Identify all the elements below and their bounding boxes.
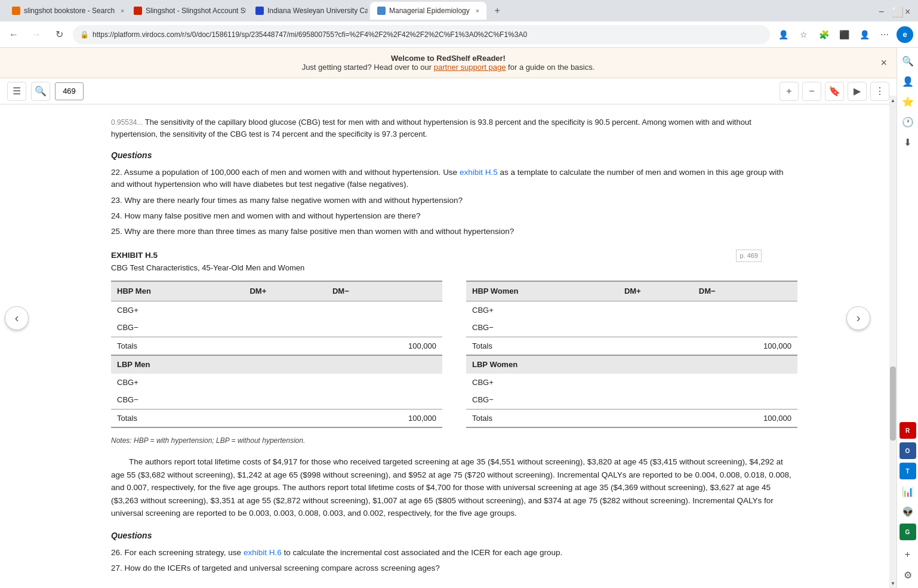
reader-content: 0.95534... The sensitivity of the capill… <box>0 104 897 573</box>
edge-icon[interactable]: e <box>897 26 913 43</box>
scroll-down-arrow[interactable]: ▼ <box>889 578 897 588</box>
close-button[interactable]: × <box>905 7 913 15</box>
banner-close-button[interactable]: × <box>880 57 887 69</box>
browser-sidebar: 🔍 👤 ⭐ 🕐 ⬇ R O T 📊 👽 G + ⚙ <box>897 48 918 588</box>
sidebar-teams-icon[interactable]: T <box>899 463 916 479</box>
url-text: https://platform.virdocs.com/r/s/0/doc/1… <box>93 30 763 39</box>
collections-icon[interactable]: ⬛ <box>836 26 852 43</box>
exhibit-h6-link[interactable]: exhibit H.6 <box>244 548 282 557</box>
tab-label-1: slingshot bookstore - Search <box>24 7 115 15</box>
forward-button[interactable]: → <box>27 26 45 44</box>
play-button[interactable]: ▶ <box>848 82 867 101</box>
tab-managerial-epidemiology[interactable]: Managerial Epidemiology × <box>370 2 486 20</box>
table-row: CBG+ <box>466 301 797 319</box>
exhibit-h5-title: EXHIBIT H.5 <box>111 250 797 261</box>
q26-text: For each screening strategy, use <box>125 548 244 557</box>
scrollbar-thumb[interactable] <box>890 367 896 441</box>
table-row: CBG− <box>111 319 442 337</box>
col-dm-plus-women: DM+ <box>618 281 693 301</box>
q25-text: 25. Why are there more than three times … <box>111 227 514 236</box>
exhibit-h5-notes: Notes: HBP = with hypertension; LBP = wi… <box>111 435 797 446</box>
sidebar-chart-icon[interactable]: 📊 <box>899 483 916 500</box>
col-dm-minus-men: DM− <box>326 281 442 301</box>
zoom-in-button[interactable]: + <box>780 82 799 101</box>
browser-nav-icons: 👤 ☆ 🧩 ⬛ 👤 ⋯ e <box>775 26 913 43</box>
questions-header-1: Questions <box>111 149 797 162</box>
address-bar[interactable]: 🔒 https://platform.virdocs.com/r/s/0/doc… <box>73 25 770 44</box>
totals-lbp-men: Totals <box>111 409 244 427</box>
next-page-arrow[interactable]: › <box>846 306 870 330</box>
zoom-out-button[interactable]: − <box>802 82 821 101</box>
favorites-icon[interactable]: ☆ <box>795 26 812 43</box>
reload-button[interactable]: ↻ <box>50 26 68 44</box>
q22-num: 22. <box>111 168 124 177</box>
cbg-minus-lbp-women: CBG− <box>466 391 618 409</box>
cbg-plus-lbp-men: CBG+ <box>111 374 244 392</box>
exhibit-h5-link-q22[interactable]: exhibit H.5 <box>460 168 498 177</box>
toolbar-right-controls: + − 🔖 ▶ ⋮ <box>780 82 889 101</box>
search-button[interactable]: 🔍 <box>31 82 50 101</box>
tab-favicon-4 <box>377 7 386 15</box>
col-dm-minus-women: DM− <box>693 281 797 301</box>
questions-header-2: Questions <box>111 529 797 542</box>
exhibit-h5-header: EXHIBIT H.5 CBG Test Characteristics, 45… <box>111 250 797 273</box>
sidebar-history-icon[interactable]: 🕐 <box>899 113 916 130</box>
question-27: 27. How do the ICERs of targeted and uni… <box>111 562 797 573</box>
profile-avatar[interactable]: 👤 <box>856 26 873 43</box>
settings-icon[interactable]: ⋯ <box>876 26 893 43</box>
tab-favicon-1 <box>12 7 20 15</box>
new-tab-button[interactable]: + <box>489 2 506 19</box>
browser-frame: slingshot bookstore - Search × Slingshot… <box>0 0 918 588</box>
lock-icon: 🔒 <box>80 30 89 39</box>
scroll-up-arrow[interactable]: ▲ <box>889 96 897 105</box>
partner-support-link[interactable]: partner support page <box>434 63 506 72</box>
previous-page-arrow[interactable]: ‹ <box>5 306 29 330</box>
sidebar-outlook-icon[interactable]: O <box>899 442 916 459</box>
more-options-button[interactable]: ⋮ <box>870 82 889 101</box>
tab-close-1[interactable]: × <box>121 7 124 14</box>
main-area: Welcome to RedShelf eReader! Just gettin… <box>0 48 918 588</box>
page-number-input[interactable]: 469 <box>55 82 84 100</box>
page-number-badge: p. 469 <box>736 250 762 262</box>
q27-text: 27. How do the ICERs of targeted and uni… <box>111 564 440 572</box>
table-row: CBG− <box>466 319 797 337</box>
tab-indiana-wesleyan[interactable]: Indiana Wesleyan University Can... × <box>248 2 368 20</box>
content-wrapper: Welcome to RedShelf eReader! Just gettin… <box>0 48 897 588</box>
tab-close-4[interactable]: × <box>476 7 479 14</box>
text-content: 0.95534... The sensitivity of the capill… <box>111 116 797 573</box>
sidebar-person-icon[interactable]: 👤 <box>899 73 916 90</box>
extensions-icon[interactable]: 🧩 <box>815 26 832 43</box>
profile-icon[interactable]: 👤 <box>775 26 791 43</box>
menu-button[interactable]: ☰ <box>7 82 26 101</box>
sidebar-search-icon[interactable]: 🔍 <box>899 53 916 69</box>
back-button[interactable]: ← <box>5 26 23 44</box>
table-row: LBP Women <box>466 355 797 374</box>
question-24: 24. How many false positive men and wome… <box>111 210 797 222</box>
tab-bar: slingshot bookstore - Search × Slingshot… <box>5 2 876 20</box>
hbp-men-table: HBP Men DM+ DM− CBG+ <box>111 281 442 428</box>
hbp-women-table: HBP Women DM+ DM− CBG+ <box>466 281 797 428</box>
sidebar-red-icon[interactable]: R <box>899 422 916 439</box>
minimize-button[interactable]: − <box>879 7 887 15</box>
cbg-plus-lbp-women: CBG+ <box>466 374 618 392</box>
col-hbp-men: HBP Men <box>111 281 244 301</box>
scrollbar-track[interactable]: ▲ ▼ <box>889 96 897 588</box>
sidebar-add-icon[interactable]: + <box>899 546 916 563</box>
sidebar-green-icon[interactable]: G <box>899 524 916 540</box>
sidebar-settings-icon[interactable]: ⚙ <box>899 567 916 583</box>
tab-slingshot-account[interactable]: Slingshot - Slingshot Account St... × <box>127 2 246 20</box>
cbg-minus-women: CBG− <box>466 319 618 337</box>
maximize-button[interactable]: ⬜ <box>892 7 900 15</box>
sidebar-downloads-icon[interactable]: ⬇ <box>899 134 916 150</box>
clipped-number: 0.95534... <box>111 118 143 127</box>
sidebar-favorites-icon[interactable]: ⭐ <box>899 93 916 110</box>
cbg-plus-women: CBG+ <box>466 301 618 319</box>
q26-num: 26. <box>111 548 125 557</box>
bookmark-button[interactable]: 🔖 <box>825 82 844 101</box>
question-25: 25. Why are there more than three times … <box>111 226 797 238</box>
tab-slingshot-bookstore[interactable]: slingshot bookstore - Search × <box>5 2 124 20</box>
sidebar-alien-icon[interactable]: 👽 <box>899 503 916 520</box>
welcome-banner: Welcome to RedShelf eReader! Just gettin… <box>0 48 897 78</box>
reader-toolbar: ☰ 🔍 469 + − 🔖 ▶ ⋮ <box>0 78 897 104</box>
question-26: 26. For each screening strategy, use exh… <box>111 547 797 559</box>
